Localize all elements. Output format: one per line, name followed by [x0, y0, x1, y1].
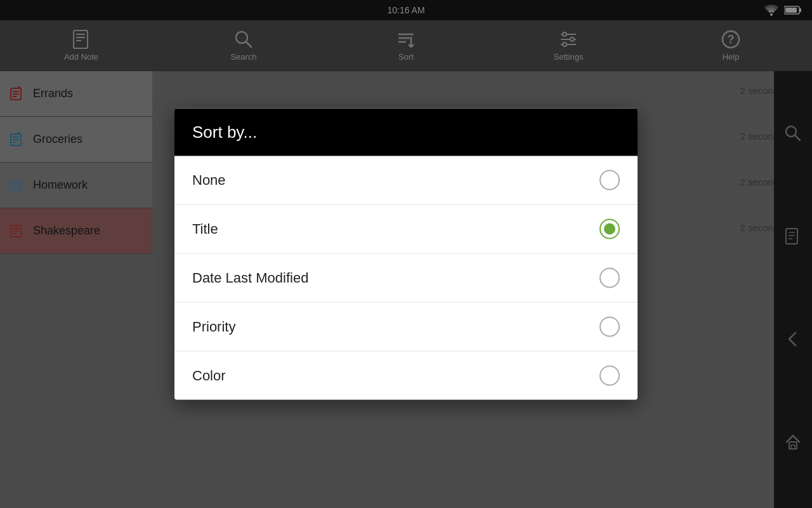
sort-option-title-label: Title [192, 221, 218, 237]
sort-dialog-title: Sort by... [192, 123, 257, 142]
sort-radio-color[interactable] [599, 366, 620, 386]
sort-dialog: Sort by... None Title Date Last Modified… [174, 109, 638, 400]
sort-radio-date[interactable] [599, 268, 620, 288]
sort-option-date-label: Date Last Modified [192, 270, 308, 286]
sort-option-color[interactable]: Color [174, 352, 638, 400]
sort-option-color-label: Color [192, 368, 226, 384]
sort-option-title[interactable]: Title [174, 205, 638, 254]
sort-radio-title[interactable] [599, 219, 620, 239]
sort-option-priority-label: Priority [192, 319, 235, 335]
sort-radio-priority[interactable] [599, 317, 620, 337]
sort-option-none-label: None [192, 172, 226, 189]
sort-dialog-header: Sort by... [174, 109, 638, 156]
sort-option-none[interactable]: None [174, 156, 638, 205]
sort-option-priority[interactable]: Priority [174, 303, 638, 352]
sort-option-date[interactable]: Date Last Modified [174, 254, 638, 303]
sort-radio-none[interactable] [599, 170, 620, 190]
